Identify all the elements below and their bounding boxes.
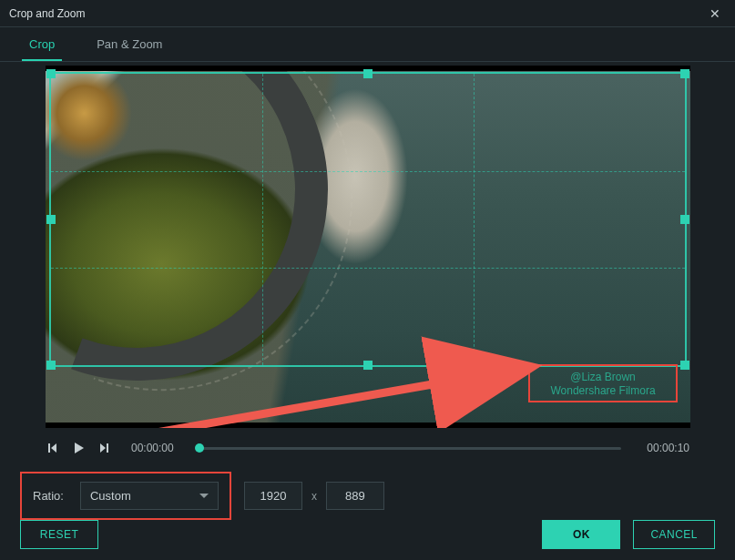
video-preview[interactable]: @Liza Brown Wondershare Filmora [46,66,690,428]
crop-handle-top-left[interactable] [46,69,56,78]
close-icon[interactable]: ✕ [704,5,726,23]
dimension-separator: x [311,490,317,503]
ok-button[interactable]: OK [542,520,620,549]
titlebar: Crop and Zoom ✕ [0,0,735,27]
crop-handle-bot-left[interactable] [46,361,56,370]
tab-pan-and-zoom[interactable]: Pan & Zoom [93,28,166,60]
reset-button[interactable]: RESET [20,520,98,549]
prev-frame-icon[interactable] [46,442,58,454]
ratio-selected-value: Custom [90,489,131,503]
crop-handle-mid-right[interactable] [680,215,689,224]
crop-handle-bot-mid[interactable] [363,361,373,370]
crop-grid-line [474,74,475,365]
dimensions-group: 1920 x 889 [244,482,384,510]
crop-handle-bot-right[interactable] [680,361,689,370]
window-title: Crop and Zoom [9,7,704,20]
ratio-group-callout: Ratio: Custom [20,472,231,520]
crop-handle-mid-left[interactable] [46,215,56,224]
crop-grid-line [262,74,263,365]
end-time: 00:00:10 [647,442,689,454]
tab-crop[interactable]: Crop [26,28,58,60]
playhead[interactable] [195,443,204,453]
crop-grid-line [51,171,685,172]
watermark-callout: @Liza Brown Wondershare Filmora [528,364,678,402]
width-input[interactable]: 1920 [244,482,302,510]
ratio-label: Ratio: [33,489,64,503]
crop-handle-top-mid[interactable] [363,69,373,78]
ratio-select[interactable]: Custom [80,482,219,510]
cancel-button[interactable]: CANCEL [633,520,715,549]
crop-handle-top-right[interactable] [680,69,689,78]
crop-grid-line [51,268,685,269]
tabs: Crop Pan & Zoom [0,27,735,62]
player-controls: 00:00:00 00:00:10 [0,428,735,463]
next-frame-icon[interactable] [98,442,111,454]
play-icon[interactable] [71,441,86,455]
watermark-line1: @Liza Brown [570,371,636,383]
timeline-track[interactable] [199,447,622,450]
watermark-line2: Wondershare Filmora [550,384,655,397]
height-input[interactable]: 889 [326,482,384,510]
footer: RESET OK CANCEL [0,520,735,549]
chevron-down-icon [199,494,209,498]
current-time: 00:00:00 [131,442,174,454]
crop-rectangle[interactable] [49,72,687,367]
